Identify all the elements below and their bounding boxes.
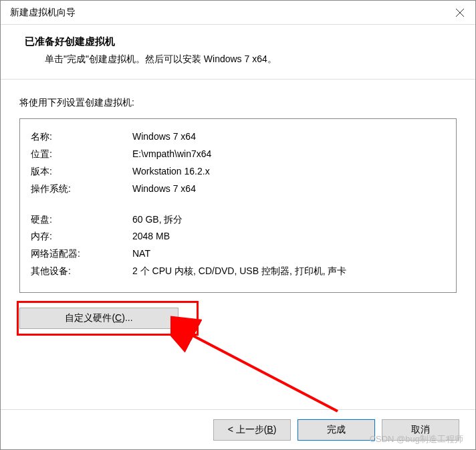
button-label-post: )... bbox=[122, 312, 132, 323]
summary-label: 名称: bbox=[31, 128, 132, 146]
content-area: 将使用下列设置创建虚拟机: 名称:Windows 7 x64 位置:E:\vmp… bbox=[1, 80, 475, 409]
button-label-post: ) bbox=[273, 424, 277, 435]
summary-row-version: 版本:Workstation 16.2.x bbox=[31, 163, 445, 181]
cancel-button[interactable]: 取消 bbox=[382, 419, 459, 441]
summary-label: 网络适配器: bbox=[31, 245, 132, 263]
summary-value: Windows 7 x64 bbox=[132, 181, 445, 198]
settings-label: 将使用下列设置创建虚拟机: bbox=[19, 97, 457, 109]
header: 已准备好创建虚拟机 单击"完成"创建虚拟机。然后可以安装 Windows 7 x… bbox=[1, 25, 475, 80]
titlebar: 新建虚拟机向导 bbox=[1, 1, 475, 25]
customize-hardware-button[interactable]: 自定义硬件(C)... bbox=[19, 308, 178, 329]
summary-label: 版本: bbox=[31, 163, 132, 181]
finish-button[interactable]: 完成 bbox=[298, 419, 375, 441]
summary-value: Windows 7 x64 bbox=[132, 128, 445, 146]
summary-label: 操作系统: bbox=[31, 181, 132, 198]
button-label-underline: B bbox=[267, 424, 273, 435]
summary-value: NAT bbox=[132, 245, 445, 263]
summary-label: 其他设备: bbox=[31, 263, 132, 280]
summary-row-memory: 内存:2048 MB bbox=[31, 228, 445, 245]
close-icon bbox=[456, 9, 464, 17]
footer: < 上一步(B) 完成 取消 bbox=[1, 409, 475, 449]
dialog-title: 新建虚拟机向导 bbox=[10, 7, 76, 19]
summary-value: 2 个 CPU 内核, CD/DVD, USB 控制器, 打印机, 声卡 bbox=[132, 263, 445, 280]
summary-label: 位置: bbox=[31, 146, 132, 163]
summary-row-location: 位置:E:\vmpath\win7x64 bbox=[31, 146, 445, 163]
header-subtitle: 单击"完成"创建虚拟机。然后可以安装 Windows 7 x64。 bbox=[45, 53, 451, 66]
summary-value: 60 GB, 拆分 bbox=[132, 211, 445, 229]
back-button[interactable]: < 上一步(B) bbox=[213, 419, 291, 441]
new-vm-wizard-dialog: 新建虚拟机向导 已准备好创建虚拟机 单击"完成"创建虚拟机。然后可以安装 Win… bbox=[0, 0, 476, 450]
button-label-pre: < 上一步( bbox=[228, 424, 267, 435]
summary-row-os: 操作系统:Windows 7 x64 bbox=[31, 181, 445, 198]
button-label-underline: C bbox=[115, 312, 122, 323]
summary-value: 2048 MB bbox=[132, 228, 445, 245]
header-title: 已准备好创建虚拟机 bbox=[25, 35, 451, 48]
summary-gap bbox=[31, 198, 445, 211]
summary-row-name: 名称:Windows 7 x64 bbox=[31, 128, 445, 146]
customize-hardware-wrap: 自定义硬件(C)... bbox=[19, 308, 457, 329]
summary-row-other: 其他设备:2 个 CPU 内核, CD/DVD, USB 控制器, 打印机, 声… bbox=[31, 263, 445, 280]
summary-label: 硬盘: bbox=[31, 211, 132, 229]
summary-row-disk: 硬盘:60 GB, 拆分 bbox=[31, 211, 445, 229]
summary-box: 名称:Windows 7 x64 位置:E:\vmpath\win7x64 版本… bbox=[19, 118, 457, 293]
summary-value: Workstation 16.2.x bbox=[132, 163, 445, 181]
summary-label: 内存: bbox=[31, 228, 132, 245]
button-label-pre: 自定义硬件( bbox=[65, 312, 115, 323]
summary-row-network: 网络适配器:NAT bbox=[31, 245, 445, 263]
summary-value: E:\vmpath\win7x64 bbox=[132, 146, 445, 163]
close-button[interactable] bbox=[445, 1, 475, 25]
